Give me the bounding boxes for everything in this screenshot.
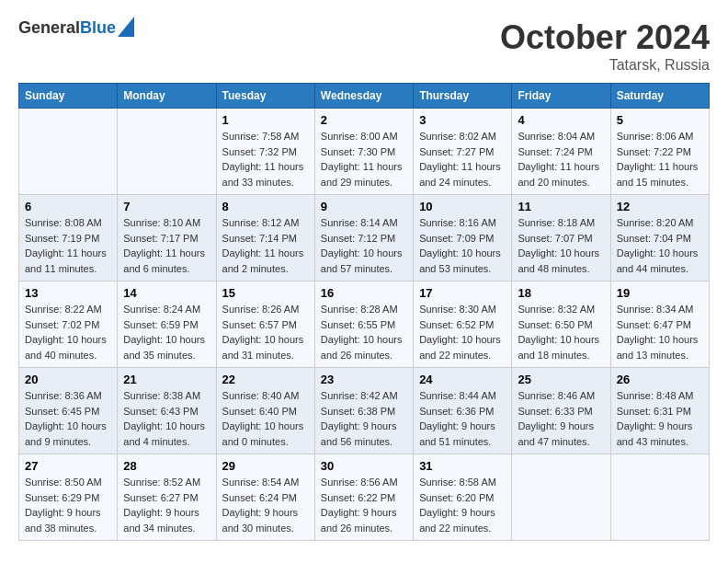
day-number: 9: [321, 200, 407, 213]
day-info: Sunrise: 8:18 AM Sunset: 7:07 PM Dayligh…: [518, 215, 604, 276]
calendar-week-row: 1 Sunrise: 7:58 AM Sunset: 7:32 PM Dayli…: [19, 109, 710, 195]
sunset-text: Sunset: 6:38 PM: [321, 406, 395, 417]
daylight-text: Daylight: 10 hours and 13 minutes.: [617, 334, 699, 361]
sunrise-text: Sunrise: 8:16 AM: [419, 217, 496, 228]
day-info: Sunrise: 8:52 AM Sunset: 6:27 PM Dayligh…: [123, 475, 210, 535]
sunrise-text: Sunrise: 8:28 AM: [321, 304, 398, 315]
daylight-text: Daylight: 11 hours and 15 minutes.: [617, 161, 699, 188]
sunset-text: Sunset: 6:50 PM: [518, 319, 592, 330]
calendar-header-row: Sunday Monday Tuesday Wednesday Thursday…: [19, 84, 710, 109]
sunset-text: Sunset: 6:59 PM: [123, 319, 198, 330]
day-number: 10: [419, 200, 506, 213]
day-number: 30: [321, 459, 407, 473]
sunrise-text: Sunrise: 8:40 AM: [222, 390, 300, 401]
day-number: 29: [222, 459, 309, 473]
sunset-text: Sunset: 6:55 PM: [321, 319, 395, 330]
day-info: Sunrise: 8:02 AM Sunset: 7:27 PM Dayligh…: [419, 129, 506, 190]
sunrise-text: Sunrise: 8:38 AM: [123, 390, 200, 401]
sunset-text: Sunset: 7:19 PM: [25, 233, 99, 244]
daylight-text: Daylight: 10 hours and 0 minutes.: [222, 420, 304, 447]
daylight-text: Daylight: 9 hours and 47 minutes.: [518, 420, 594, 447]
sunset-text: Sunset: 7:27 PM: [419, 146, 494, 157]
table-row: 15 Sunrise: 8:26 AM Sunset: 6:57 PM Dayl…: [216, 282, 314, 368]
daylight-text: Daylight: 9 hours and 30 minutes.: [222, 507, 299, 534]
day-info: Sunrise: 8:20 AM Sunset: 7:04 PM Dayligh…: [617, 215, 703, 276]
table-row: 26 Sunrise: 8:48 AM Sunset: 6:31 PM Dayl…: [610, 368, 709, 454]
daylight-text: Daylight: 9 hours and 56 minutes.: [321, 420, 397, 447]
logo-blue-text: Blue: [80, 18, 116, 37]
day-number: 28: [123, 459, 210, 473]
day-info: Sunrise: 8:42 AM Sunset: 6:38 PM Dayligh…: [321, 388, 407, 449]
day-info: Sunrise: 7:58 AM Sunset: 7:32 PM Dayligh…: [222, 129, 309, 190]
table-row: [19, 109, 118, 195]
daylight-text: Daylight: 11 hours and 20 minutes.: [518, 161, 599, 188]
day-number: 8: [222, 200, 309, 213]
daylight-text: Daylight: 11 hours and 24 minutes.: [419, 161, 501, 188]
day-info: Sunrise: 8:36 AM Sunset: 6:45 PM Dayligh…: [25, 388, 111, 449]
table-row: 10 Sunrise: 8:16 AM Sunset: 7:09 PM Dayl…: [414, 195, 512, 282]
sunrise-text: Sunrise: 8:36 AM: [25, 390, 102, 401]
day-number: 20: [25, 373, 111, 386]
day-number: 12: [617, 200, 703, 213]
day-info: Sunrise: 8:08 AM Sunset: 7:19 PM Dayligh…: [25, 215, 111, 276]
table-row: 8 Sunrise: 8:12 AM Sunset: 7:14 PM Dayli…: [216, 195, 314, 282]
sunset-text: Sunset: 7:04 PM: [617, 233, 691, 244]
daylight-text: Daylight: 11 hours and 11 minutes.: [25, 247, 107, 274]
sunset-text: Sunset: 6:47 PM: [617, 319, 691, 330]
day-info: Sunrise: 8:54 AM Sunset: 6:24 PM Dayligh…: [222, 475, 309, 535]
table-row: 24 Sunrise: 8:44 AM Sunset: 6:36 PM Dayl…: [414, 368, 512, 454]
daylight-text: Daylight: 10 hours and 44 minutes.: [617, 247, 699, 274]
svg-marker-0: [118, 17, 134, 37]
day-number: 1: [222, 113, 309, 127]
sunset-text: Sunset: 7:17 PM: [123, 233, 198, 244]
sunset-text: Sunset: 7:24 PM: [518, 146, 592, 157]
table-row: 12 Sunrise: 8:20 AM Sunset: 7:04 PM Dayl…: [610, 195, 709, 282]
table-row: 17 Sunrise: 8:30 AM Sunset: 6:52 PM Dayl…: [414, 282, 512, 368]
sunrise-text: Sunrise: 8:44 AM: [419, 390, 496, 401]
day-info: Sunrise: 8:34 AM Sunset: 6:47 PM Dayligh…: [617, 302, 703, 362]
calendar-week-row: 13 Sunrise: 8:22 AM Sunset: 7:02 PM Dayl…: [19, 282, 710, 368]
daylight-text: Daylight: 10 hours and 22 minutes.: [419, 334, 501, 361]
sunset-text: Sunset: 6:52 PM: [419, 319, 494, 330]
daylight-text: Daylight: 10 hours and 31 minutes.: [222, 334, 304, 361]
day-number: 25: [518, 373, 604, 386]
table-row: 28 Sunrise: 8:52 AM Sunset: 6:27 PM Dayl…: [118, 454, 216, 541]
table-row: 23 Sunrise: 8:42 AM Sunset: 6:38 PM Dayl…: [314, 368, 413, 454]
day-info: Sunrise: 8:32 AM Sunset: 6:50 PM Dayligh…: [518, 302, 604, 362]
day-number: 23: [321, 373, 407, 386]
table-row: 4 Sunrise: 8:04 AM Sunset: 7:24 PM Dayli…: [512, 109, 610, 195]
daylight-text: Daylight: 10 hours and 9 minutes.: [25, 420, 107, 447]
sunrise-text: Sunrise: 8:56 AM: [321, 477, 398, 488]
daylight-text: Daylight: 10 hours and 40 minutes.: [25, 334, 107, 361]
day-info: Sunrise: 8:10 AM Sunset: 7:17 PM Dayligh…: [123, 215, 210, 276]
sunset-text: Sunset: 6:36 PM: [419, 406, 494, 417]
table-row: 9 Sunrise: 8:14 AM Sunset: 7:12 PM Dayli…: [314, 195, 413, 282]
table-row: 19 Sunrise: 8:34 AM Sunset: 6:47 PM Dayl…: [610, 282, 709, 368]
sunrise-text: Sunrise: 8:52 AM: [123, 477, 200, 488]
sunset-text: Sunset: 6:29 PM: [25, 492, 99, 503]
table-row: [610, 454, 709, 541]
day-number: 27: [25, 459, 111, 473]
day-info: Sunrise: 8:28 AM Sunset: 6:55 PM Dayligh…: [321, 302, 407, 362]
sunrise-text: Sunrise: 8:10 AM: [123, 217, 200, 228]
day-info: Sunrise: 8:26 AM Sunset: 6:57 PM Dayligh…: [222, 302, 309, 362]
day-number: 7: [123, 200, 210, 213]
day-info: Sunrise: 8:30 AM Sunset: 6:52 PM Dayligh…: [419, 302, 506, 362]
sunset-text: Sunset: 7:07 PM: [518, 233, 592, 244]
sunset-text: Sunset: 7:32 PM: [222, 146, 297, 157]
sunset-text: Sunset: 7:30 PM: [321, 146, 395, 157]
day-info: Sunrise: 8:16 AM Sunset: 7:09 PM Dayligh…: [419, 215, 506, 276]
day-number: 17: [419, 286, 506, 300]
sunset-text: Sunset: 7:14 PM: [222, 233, 297, 244]
day-info: Sunrise: 8:56 AM Sunset: 6:22 PM Dayligh…: [321, 475, 407, 535]
daylight-text: Daylight: 11 hours and 6 minutes.: [123, 247, 205, 274]
table-row: 31 Sunrise: 8:58 AM Sunset: 6:20 PM Dayl…: [414, 454, 512, 541]
logo: GeneralBlue: [18, 18, 119, 38]
daylight-text: Daylight: 9 hours and 51 minutes.: [419, 420, 495, 447]
day-number: 14: [123, 286, 210, 300]
sunrise-text: Sunrise: 8:48 AM: [617, 390, 694, 401]
table-row: [118, 109, 216, 195]
daylight-text: Daylight: 10 hours and 53 minutes.: [419, 247, 501, 274]
sunrise-text: Sunrise: 8:04 AM: [518, 131, 595, 142]
table-row: 5 Sunrise: 8:06 AM Sunset: 7:22 PM Dayli…: [610, 109, 709, 195]
